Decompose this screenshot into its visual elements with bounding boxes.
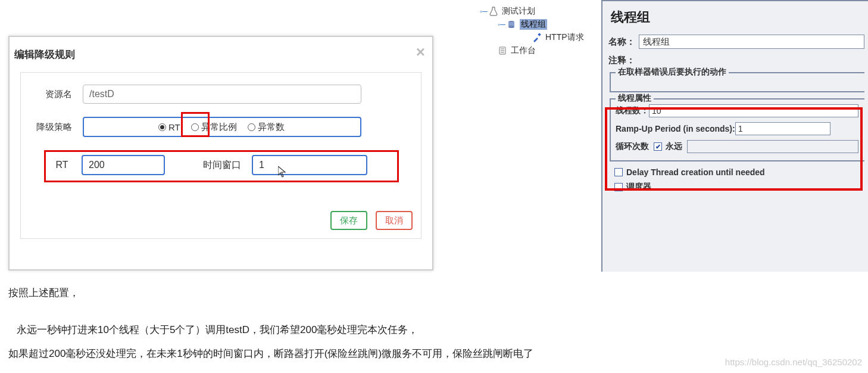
rt-input[interactable]: 200 xyxy=(82,155,165,175)
svg-rect-3 xyxy=(538,33,541,36)
cancel-label: 取消 xyxy=(385,215,403,226)
name-input[interactable]: 线程组 xyxy=(639,35,864,49)
loop-forever-checkbox[interactable] xyxy=(654,142,662,151)
radio-exception-ratio[interactable]: 异常比例 xyxy=(191,122,237,133)
body-line-1: 按照上述配置， xyxy=(8,286,79,300)
dialog-footer: 保存 取消 xyxy=(330,211,413,230)
resource-row: 资源名 /testD xyxy=(29,85,413,104)
resource-label: 资源名 xyxy=(29,89,83,100)
tree-thread-group[interactable]: ◦─ 线程组 xyxy=(477,18,600,31)
toggle-icon: ◦─ xyxy=(498,20,505,29)
body-line-3: 如果超过200毫秒还没处理完，在未来1秒钟的时间窗口内，断路器打开(保险丝跳闸)… xyxy=(8,347,533,360)
resource-input[interactable]: /testD xyxy=(83,85,361,104)
loop-forever-label: 永远 xyxy=(666,141,682,152)
jmeter-area: ◦─ 测试计划 ◦─ 线程组 HTTP请求 工作台 线程组 xyxy=(476,0,868,274)
thread-count-label: 线程数： xyxy=(616,105,649,116)
radio-rt-label: RT xyxy=(168,122,180,132)
name-value: 线程组 xyxy=(643,36,670,48)
window-label: 时间窗口 xyxy=(198,159,246,172)
radio-icon xyxy=(191,123,199,131)
rt-label: RT xyxy=(49,160,74,170)
window-input[interactable]: 1 xyxy=(252,155,367,175)
dialog-header: 编辑降级规则 × xyxy=(10,37,432,72)
rt-window-row: RT 200 时间窗口 1 xyxy=(49,155,394,175)
panel-title: 线程组 xyxy=(611,8,868,26)
loop-label: 循环次数 xyxy=(616,141,649,152)
close-icon[interactable]: × xyxy=(416,43,425,61)
rampup-input[interactable]: 1 xyxy=(735,122,830,135)
tree-workbench[interactable]: 工作台 xyxy=(477,44,600,57)
body-line-2: 永远一秒钟打进来10个线程（大于5个了）调用testD，我们希望200毫秒处理完… xyxy=(8,323,418,337)
tree-http-label: HTTP请求 xyxy=(545,32,584,43)
toggle-icon: ◦─ xyxy=(480,7,488,15)
downgrade-rule-dialog: 编辑降级规则 × 资源名 /testD 降级策略 RT 异常比例 xyxy=(8,36,433,271)
thread-props-fieldset: 线程属性 线程数： 10 Ramp-Up Period (in seconds)… xyxy=(610,98,864,161)
save-label: 保存 xyxy=(340,215,358,226)
spool-icon xyxy=(507,20,516,29)
radio-exception-count[interactable]: 异常数 xyxy=(248,122,285,133)
thread-count-row: 线程数： 10 xyxy=(616,104,860,117)
loop-row: 循环次数 永远 xyxy=(616,140,860,153)
rt-value: 200 xyxy=(89,160,105,170)
error-action-fieldset: 在取样器错误后要执行的动作 xyxy=(610,72,864,92)
strategy-row: 降级策略 RT 异常比例 异常数 xyxy=(29,117,413,137)
flask-icon xyxy=(489,7,498,16)
radio-icon xyxy=(158,123,166,131)
radio-count-label: 异常数 xyxy=(258,122,285,133)
delay-label: Delay Thread creation until needed xyxy=(626,167,765,177)
resource-value: /testD xyxy=(89,89,114,100)
thread-group-panel: 线程组 名称： 线程组 注释： 在取样器错误后要执行的动作 线程属性 线程数： … xyxy=(601,0,868,272)
name-row: 名称： 线程组 xyxy=(608,35,868,49)
loop-count-input[interactable] xyxy=(687,140,858,153)
scheduler-label: 调度器 xyxy=(626,182,651,192)
svg-point-2 xyxy=(508,26,514,28)
strategy-radios: RT 异常比例 异常数 xyxy=(83,117,361,137)
test-plan-tree: ◦─ 测试计划 ◦─ 线程组 HTTP请求 工作台 xyxy=(477,5,600,57)
name-label: 名称： xyxy=(608,36,635,48)
tree-thread-group-label: 线程组 xyxy=(520,19,547,30)
delay-row: Delay Thread creation until needed xyxy=(614,167,868,177)
radio-icon xyxy=(248,123,255,131)
radio-ratio-label: 异常比例 xyxy=(201,122,237,133)
save-button[interactable]: 保存 xyxy=(330,211,367,230)
rampup-value: 1 xyxy=(738,124,743,133)
thread-count-value: 10 xyxy=(652,106,661,116)
tree-http-request[interactable]: HTTP请求 xyxy=(477,31,600,44)
thread-count-input[interactable]: 10 xyxy=(649,104,858,117)
tree-root-label: 测试计划 xyxy=(502,6,535,17)
radio-rt[interactable]: RT xyxy=(158,122,180,132)
scheduler-checkbox[interactable] xyxy=(614,183,623,191)
dropper-icon xyxy=(532,33,542,42)
thread-legend: 线程属性 xyxy=(616,93,654,104)
comment-row: 注释： xyxy=(608,55,868,66)
comment-label: 注释： xyxy=(608,55,635,66)
tree-root[interactable]: ◦─ 测试计划 xyxy=(477,5,600,18)
strategy-label: 降级策略 xyxy=(29,122,83,133)
cancel-button[interactable]: 取消 xyxy=(376,211,413,230)
rampup-row: Ramp-Up Period (in seconds): 1 xyxy=(616,122,860,135)
dialog-title: 编辑降级规则 xyxy=(14,49,75,60)
scheduler-row: 调度器 xyxy=(614,182,868,192)
dialog-body: 资源名 /testD 降级策略 RT 异常比例 异常数 xyxy=(20,72,421,239)
tree-workbench-label: 工作台 xyxy=(511,45,536,56)
window-value: 1 xyxy=(259,160,264,170)
cursor-icon xyxy=(278,166,286,178)
watermark: https://blog.csdn.net/qq_36250202 xyxy=(725,357,862,367)
rampup-label: Ramp-Up Period (in seconds): xyxy=(616,124,735,133)
clipboard-icon xyxy=(498,46,507,55)
delay-checkbox[interactable] xyxy=(614,168,623,176)
error-legend: 在取样器错误后要执行的动作 xyxy=(616,67,729,77)
